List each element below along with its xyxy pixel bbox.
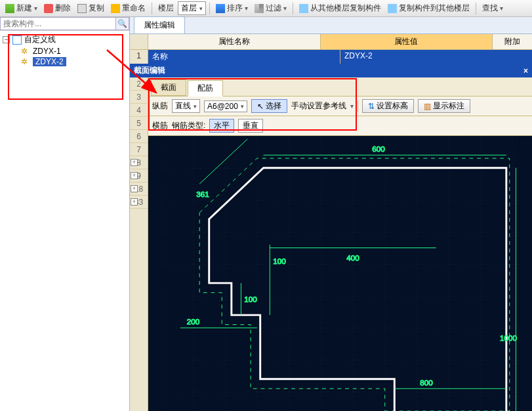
manual-ref-label[interactable]: 手动设置参考线 [291, 100, 346, 112]
tree-item[interactable]: ✲ ZDYX-1 [3, 46, 127, 56]
component-tree-panel: 🔍 − 自定义线 ✲ ZDYX-1 ✲ ZDYX-2 [0, 17, 130, 411]
rename-button[interactable]: 重命名 [108, 1, 148, 15]
col-attach: 附加 [493, 34, 532, 49]
search-input[interactable] [0, 17, 116, 30]
dim-400: 400 [346, 253, 359, 262]
floor-label: 楼层 [155, 1, 176, 15]
section-tabs: 截面 配筋 [148, 77, 532, 97]
collapse-icon[interactable]: − [3, 36, 10, 43]
tab-section[interactable]: 截面 [151, 79, 186, 96]
dim-100a: 100 [273, 257, 286, 265]
find-button[interactable]: 查找▾ [480, 1, 506, 15]
property-header: 属性名称 属性值 附加 [130, 34, 532, 50]
col-value: 属性值 [321, 34, 493, 49]
tab-strip: 属性编辑 [130, 17, 532, 34]
copy-from-button[interactable]: 从其他楼层复制构件 [297, 1, 384, 15]
svg-rect-1 [161, 136, 520, 411]
col-name: 属性名称 [148, 34, 321, 49]
elevation-icon: ⇅ [368, 102, 375, 111]
new-button[interactable]: 新建▾ [3, 1, 40, 15]
main-toolbar: 新建▾ 删除 复制 重命名 楼层 首层▾ 排序▾ 过滤▾ 从其他楼层复制构件 复… [0, 0, 532, 17]
horizontal-chip[interactable]: 水平 [209, 119, 234, 133]
component-tree: − 自定义线 ✲ ZDYX-1 ✲ ZDYX-2 [0, 31, 129, 70]
row-number-column: 234567 891833 [130, 77, 148, 411]
dim-800: 800 [420, 378, 433, 387]
vertical-chip[interactable]: 垂直 [238, 119, 263, 133]
dim-100b: 100 [244, 295, 257, 303]
copy-button[interactable]: 复制 [75, 1, 107, 15]
sort-button[interactable]: 排序▾ [213, 1, 251, 15]
mode-select[interactable]: 直线▾ [172, 99, 200, 113]
copy-to-button[interactable]: 复制构件到其他楼层 [385, 1, 472, 15]
prop-value[interactable]: ZDYX-2 [340, 50, 532, 64]
section-editor-title: 截面编辑 × [130, 64, 532, 77]
pick-button[interactable]: ↖选择 [251, 99, 287, 113]
set-elevation-button[interactable]: ⇅设置标高 [362, 99, 414, 113]
long-rebar-label: 纵筋 [152, 100, 168, 112]
tab-properties[interactable]: 属性编辑 [134, 16, 185, 33]
filter-button[interactable]: 过滤▾ [252, 1, 289, 15]
rebar-type-label: 钢筋类型: [172, 120, 205, 131]
cursor-icon: ↖ [257, 102, 264, 111]
tree-item-label: ZDYX-1 [33, 47, 61, 56]
floor-select[interactable]: 首层▾ [178, 1, 206, 15]
dim-1000: 1000 [500, 334, 518, 342]
tree-root-label: 自定义线 [24, 34, 56, 45]
tab-rebar[interactable]: 配筋 [188, 80, 223, 97]
dim-top: 600 [372, 144, 385, 153]
rebar-form-row2: 横筋 钢筋类型: 水平 垂直 [148, 116, 532, 136]
cad-canvas[interactable]: 600 361 100 400 100 200 10 [148, 136, 532, 411]
dim-diag: 361 [196, 190, 209, 198]
gear-icon: ✲ [21, 47, 30, 56]
close-icon[interactable]: × [523, 66, 528, 76]
gear-icon: ✲ [21, 57, 30, 66]
rebar-form-row1: 纵筋 直线▾ A6@200▾ ↖选择 手动设置参考线▾ ⇅设置标高 ▥显示标注 [148, 97, 532, 116]
tree-root[interactable]: − 自定义线 [3, 33, 127, 46]
section-title-label: 截面编辑 [134, 65, 165, 76]
dim-200: 200 [187, 317, 200, 326]
tree-item-label: ZDYX-2 [33, 57, 66, 66]
prop-name: 名称 [148, 50, 340, 64]
property-row[interactable]: 1 名称 ZDYX-2 [130, 50, 532, 64]
cad-svg: 600 361 100 400 100 200 10 [148, 136, 532, 411]
tree-item-selected[interactable]: ✲ ZDYX-2 [3, 56, 127, 67]
delete-button[interactable]: 删除 [41, 1, 73, 15]
trans-rebar-label: 横筋 [152, 120, 168, 131]
row-number: 1 [130, 50, 148, 64]
spec-select[interactable]: A6@200▾ [204, 100, 247, 112]
chart-icon: ▥ [424, 102, 431, 111]
show-annotation-button[interactable]: ▥显示标注 [418, 99, 470, 113]
search-icon[interactable]: 🔍 [116, 17, 129, 30]
